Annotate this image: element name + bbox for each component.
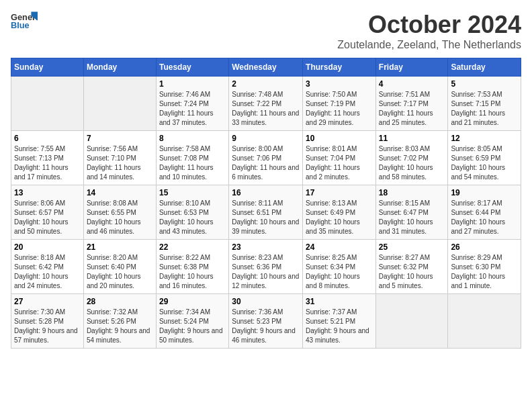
day-info: Sunrise: 8:17 AMSunset: 6:44 PMDaylight:… <box>451 199 518 236</box>
calendar-cell <box>11 77 84 131</box>
weekday-header: Thursday <box>303 58 376 77</box>
day-number: 24 <box>306 242 373 252</box>
calendar-cell: 12Sunrise: 8:05 AMSunset: 6:59 PMDayligh… <box>448 131 521 185</box>
day-number: 29 <box>159 297 226 306</box>
day-number: 30 <box>232 297 300 306</box>
calendar-cell: 11Sunrise: 8:03 AMSunset: 7:02 PMDayligh… <box>375 131 448 185</box>
calendar-cell: 15Sunrise: 8:10 AMSunset: 6:53 PMDayligh… <box>156 185 228 240</box>
calendar-cell: 30Sunrise: 7:36 AMSunset: 5:23 PMDayligh… <box>229 294 303 349</box>
day-info: Sunrise: 8:06 AMSunset: 6:57 PMDaylight:… <box>14 199 81 236</box>
calendar-cell <box>448 294 521 349</box>
day-info: Sunrise: 7:56 AMSunset: 7:10 PMDaylight:… <box>87 144 153 182</box>
day-number: 9 <box>232 134 300 143</box>
day-number: 14 <box>87 188 153 197</box>
day-info: Sunrise: 7:36 AMSunset: 5:23 PMDaylight:… <box>232 308 300 345</box>
calendar-cell: 5Sunrise: 7:53 AMSunset: 7:15 PMDaylight… <box>448 77 521 131</box>
day-number: 2 <box>232 79 300 89</box>
day-number: 10 <box>306 134 373 143</box>
day-info: Sunrise: 8:03 AMSunset: 7:02 PMDaylight:… <box>379 144 445 182</box>
calendar-cell <box>83 77 156 131</box>
day-number: 28 <box>87 297 153 306</box>
day-number: 8 <box>159 134 226 143</box>
svg-text:Blue: Blue <box>11 20 30 30</box>
day-info: Sunrise: 8:27 AMSunset: 6:32 PMDaylight:… <box>379 253 445 291</box>
day-info: Sunrise: 8:10 AMSunset: 6:53 PMDaylight:… <box>159 199 226 236</box>
weekday-header: Saturday <box>448 58 521 77</box>
day-info: Sunrise: 7:46 AMSunset: 7:24 PMDaylight:… <box>159 90 226 128</box>
day-number: 27 <box>14 297 81 306</box>
calendar-cell: 6Sunrise: 7:55 AMSunset: 7:13 PMDaylight… <box>11 131 84 185</box>
header: General Blue October 2024 Zoutelande, Ze… <box>11 11 521 51</box>
day-number: 13 <box>14 188 81 197</box>
title-area: October 2024 Zoutelande, Zeeland, The Ne… <box>337 11 521 51</box>
calendar-week-row: 13Sunrise: 8:06 AMSunset: 6:57 PMDayligh… <box>11 185 521 240</box>
calendar-cell: 8Sunrise: 7:58 AMSunset: 7:08 PMDaylight… <box>156 131 228 185</box>
day-number: 20 <box>14 242 81 252</box>
day-number: 6 <box>14 134 81 143</box>
calendar-cell: 17Sunrise: 8:13 AMSunset: 6:49 PMDayligh… <box>303 185 376 240</box>
calendar-cell: 25Sunrise: 8:27 AMSunset: 6:32 PMDayligh… <box>375 240 448 294</box>
day-info: Sunrise: 7:48 AMSunset: 7:22 PMDaylight:… <box>232 90 300 128</box>
calendar-week-row: 27Sunrise: 7:30 AMSunset: 5:28 PMDayligh… <box>11 294 521 349</box>
calendar-cell: 9Sunrise: 8:00 AMSunset: 7:06 PMDaylight… <box>229 131 303 185</box>
calendar-cell: 18Sunrise: 8:15 AMSunset: 6:47 PMDayligh… <box>375 185 448 240</box>
day-number: 17 <box>306 188 373 197</box>
day-number: 3 <box>306 79 373 89</box>
day-info: Sunrise: 7:50 AMSunset: 7:19 PMDaylight:… <box>306 90 373 128</box>
calendar-cell: 4Sunrise: 7:51 AMSunset: 7:17 PMDaylight… <box>375 77 448 131</box>
day-info: Sunrise: 8:22 AMSunset: 6:38 PMDaylight:… <box>159 253 226 291</box>
day-info: Sunrise: 8:23 AMSunset: 6:36 PMDaylight:… <box>232 253 300 291</box>
day-info: Sunrise: 7:30 AMSunset: 5:28 PMDaylight:… <box>14 308 81 345</box>
calendar-cell: 29Sunrise: 7:34 AMSunset: 5:24 PMDayligh… <box>156 294 228 349</box>
calendar-cell: 16Sunrise: 8:11 AMSunset: 6:51 PMDayligh… <box>229 185 303 240</box>
weekday-header: Sunday <box>11 58 84 77</box>
day-info: Sunrise: 8:18 AMSunset: 6:42 PMDaylight:… <box>14 253 81 291</box>
calendar-cell: 19Sunrise: 8:17 AMSunset: 6:44 PMDayligh… <box>448 185 521 240</box>
day-number: 22 <box>159 242 226 252</box>
day-number: 19 <box>451 188 518 197</box>
day-info: Sunrise: 7:34 AMSunset: 5:24 PMDaylight:… <box>159 308 226 345</box>
weekday-header: Wednesday <box>229 58 303 77</box>
day-info: Sunrise: 8:13 AMSunset: 6:49 PMDaylight:… <box>306 199 373 236</box>
day-number: 1 <box>159 79 226 89</box>
calendar-cell: 3Sunrise: 7:50 AMSunset: 7:19 PMDaylight… <box>303 77 376 131</box>
day-number: 4 <box>379 79 445 89</box>
day-info: Sunrise: 7:58 AMSunset: 7:08 PMDaylight:… <box>159 144 226 182</box>
day-number: 31 <box>306 297 373 306</box>
day-number: 25 <box>379 242 445 252</box>
day-info: Sunrise: 8:00 AMSunset: 7:06 PMDaylight:… <box>232 144 300 182</box>
day-info: Sunrise: 8:15 AMSunset: 6:47 PMDaylight:… <box>379 199 445 236</box>
day-number: 23 <box>232 242 300 252</box>
day-number: 7 <box>87 134 153 143</box>
weekday-header: Friday <box>375 58 448 77</box>
weekday-header: Monday <box>83 58 156 77</box>
calendar-table: SundayMondayTuesdayWednesdayThursdayFrid… <box>11 58 521 349</box>
day-number: 11 <box>379 134 445 143</box>
calendar-cell: 27Sunrise: 7:30 AMSunset: 5:28 PMDayligh… <box>11 294 84 349</box>
day-info: Sunrise: 8:05 AMSunset: 6:59 PMDaylight:… <box>451 144 518 182</box>
day-info: Sunrise: 7:51 AMSunset: 7:17 PMDaylight:… <box>379 90 445 128</box>
day-info: Sunrise: 7:53 AMSunset: 7:15 PMDaylight:… <box>451 90 518 128</box>
day-info: Sunrise: 7:37 AMSunset: 5:21 PMDaylight:… <box>306 308 373 345</box>
day-number: 21 <box>87 242 153 252</box>
day-info: Sunrise: 8:25 AMSunset: 6:34 PMDaylight:… <box>306 253 373 291</box>
calendar-cell: 1Sunrise: 7:46 AMSunset: 7:24 PMDaylight… <box>156 77 228 131</box>
day-info: Sunrise: 8:11 AMSunset: 6:51 PMDaylight:… <box>232 199 300 236</box>
month-title: October 2024 <box>337 11 521 39</box>
calendar-cell: 13Sunrise: 8:06 AMSunset: 6:57 PMDayligh… <box>11 185 84 240</box>
calendar-cell: 14Sunrise: 8:08 AMSunset: 6:55 PMDayligh… <box>83 185 156 240</box>
calendar-cell: 22Sunrise: 8:22 AMSunset: 6:38 PMDayligh… <box>156 240 228 294</box>
calendar-cell: 21Sunrise: 8:20 AMSunset: 6:40 PMDayligh… <box>83 240 156 294</box>
day-number: 5 <box>451 79 518 89</box>
day-number: 12 <box>451 134 518 143</box>
day-number: 16 <box>232 188 300 197</box>
day-number: 15 <box>159 188 226 197</box>
calendar-cell: 23Sunrise: 8:23 AMSunset: 6:36 PMDayligh… <box>229 240 303 294</box>
calendar-week-row: 6Sunrise: 7:55 AMSunset: 7:13 PMDaylight… <box>11 131 521 185</box>
general-blue-icon: General Blue <box>11 11 38 30</box>
location-title: Zoutelande, Zeeland, The Netherlands <box>337 39 521 51</box>
calendar-cell: 20Sunrise: 8:18 AMSunset: 6:42 PMDayligh… <box>11 240 84 294</box>
calendar-cell: 24Sunrise: 8:25 AMSunset: 6:34 PMDayligh… <box>303 240 376 294</box>
day-number: 18 <box>379 188 445 197</box>
weekday-header: Tuesday <box>156 58 228 77</box>
